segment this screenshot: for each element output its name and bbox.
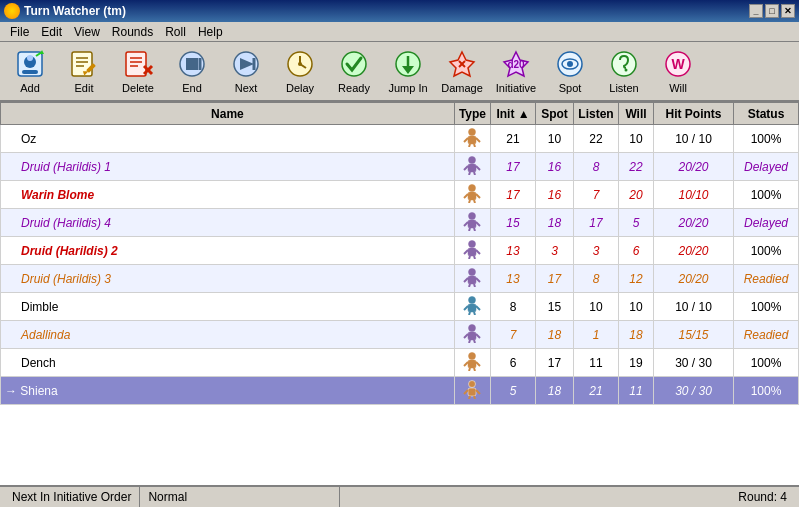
minimize-button[interactable]: _ [749,4,763,18]
char-name: Shiena [20,384,57,398]
will-label: Will [669,82,687,94]
col-spot[interactable]: Spot [536,103,574,125]
cell-init: 7 [491,321,536,349]
will-icon: W [662,48,694,80]
cell-name: Druid (Harildis) 2 [1,237,455,265]
svg-rect-99 [468,388,476,396]
cell-name: Druid (Harildis) 4 [1,209,455,237]
svg-line-67 [474,228,475,231]
svg-line-101 [476,390,480,394]
initiative-button[interactable]: d20 Initiative [490,44,542,98]
listen-button[interactable]: Listen [598,44,650,98]
damage-label: Damage [441,82,483,94]
cell-listen: 3 [574,237,619,265]
next-button[interactable]: Next [220,44,272,98]
end-label: End [182,82,202,94]
cell-listen: 8 [574,265,619,293]
table-row[interactable]: Druid (Harildis) 3 13 17 8 12 20/20 Read… [1,265,799,293]
svg-line-70 [464,250,468,254]
title-bar: Turn Watcher (tm) _ □ ✕ [0,0,799,22]
svg-marker-19 [186,58,198,70]
cell-status: 100% [734,377,799,405]
col-name[interactable]: Name [1,103,455,125]
menu-help[interactable]: Help [192,23,229,41]
table-row[interactable]: Druid (Harildis) 2 13 3 3 6 20/20 100% [1,237,799,265]
table-row[interactable]: Druid (Harildis) 4 15 18 17 5 20/20 Dela… [1,209,799,237]
col-init[interactable]: Init ▲ [491,103,536,125]
listen-label: Listen [609,82,638,94]
svg-line-54 [469,172,470,175]
cell-status: 100% [734,125,799,153]
svg-point-68 [469,241,476,248]
svg-line-97 [474,368,475,371]
edit-button[interactable]: Edit [58,44,110,98]
svg-line-53 [476,166,480,170]
table-row[interactable]: Oz 21 10 22 10 10 / 10 100% [1,125,799,153]
svg-line-90 [469,340,470,343]
svg-line-71 [476,250,480,254]
spot-label: Spot [559,82,582,94]
col-hp[interactable]: Hit Points [654,103,734,125]
cell-will: 10 [619,125,654,153]
spot-button[interactable]: Spot [544,44,596,98]
cell-status: Delayed [734,153,799,181]
table-row[interactable]: Adallinda 7 18 1 18 15/15 Readied [1,321,799,349]
next-icon [230,48,262,80]
cell-status: 100% [734,181,799,209]
cell-type [454,349,490,377]
table-row[interactable]: Druid (Harildis) 1 17 16 8 22 20/20 Dela… [1,153,799,181]
cell-hp: 10 / 10 [654,125,734,153]
menu-edit[interactable]: Edit [35,23,68,41]
col-status[interactable]: Status [734,103,799,125]
delay-button[interactable]: Delay [274,44,326,98]
will-button[interactable]: W Will [652,44,704,98]
cell-listen: 11 [574,349,619,377]
svg-line-95 [476,362,480,366]
col-will[interactable]: Will [619,103,654,125]
end-button[interactable]: End [166,44,218,98]
svg-point-62 [469,213,476,220]
table-row[interactable]: Dimble 8 15 10 10 10 / 10 100% [1,293,799,321]
menu-roll[interactable]: Roll [159,23,192,41]
jump-in-button[interactable]: Jump In [382,44,434,98]
svg-rect-12 [126,52,146,76]
table-row[interactable]: Dench 6 17 11 19 30 / 30 100% [1,349,799,377]
table-row[interactable]: → Shiena 5 18 21 11 30 / 30 100% [1,377,799,405]
ready-label: Ready [338,82,370,94]
cell-type [454,125,490,153]
delete-button[interactable]: Delete [112,44,164,98]
table-row[interactable]: Warin Blome 17 16 7 20 10/10 100% [1,181,799,209]
maximize-button[interactable]: □ [765,4,779,18]
char-name: Druid (Harildis) 2 [21,244,118,258]
svg-point-39 [567,61,573,67]
app-icon [4,3,20,19]
cell-type [454,265,490,293]
svg-point-50 [469,157,476,164]
cell-will: 11 [619,377,654,405]
char-name: Dench [21,356,56,370]
add-button[interactable]: Add [4,44,56,98]
char-name: Dimble [21,300,58,314]
ready-button[interactable]: Ready [328,44,380,98]
cell-status: Delayed [734,209,799,237]
cell-will: 12 [619,265,654,293]
svg-text:d20: d20 [507,59,525,70]
cell-init: 6 [491,349,536,377]
menu-rounds[interactable]: Rounds [106,23,159,41]
cell-name: Dench [1,349,455,377]
delete-label: Delete [122,82,154,94]
svg-line-83 [476,306,480,310]
char-name: Druid (Harildis) 3 [21,272,111,286]
svg-line-61 [474,200,475,203]
cell-listen: 10 [574,293,619,321]
cell-status: Readied [734,265,799,293]
menu-file[interactable]: File [4,23,35,41]
end-icon [176,48,208,80]
cell-listen: 1 [574,321,619,349]
col-listen[interactable]: Listen [574,103,619,125]
damage-button[interactable]: Damage [436,44,488,98]
svg-line-48 [469,144,470,147]
close-button[interactable]: ✕ [781,4,795,18]
menu-view[interactable]: View [68,23,106,41]
cell-init: 5 [491,377,536,405]
